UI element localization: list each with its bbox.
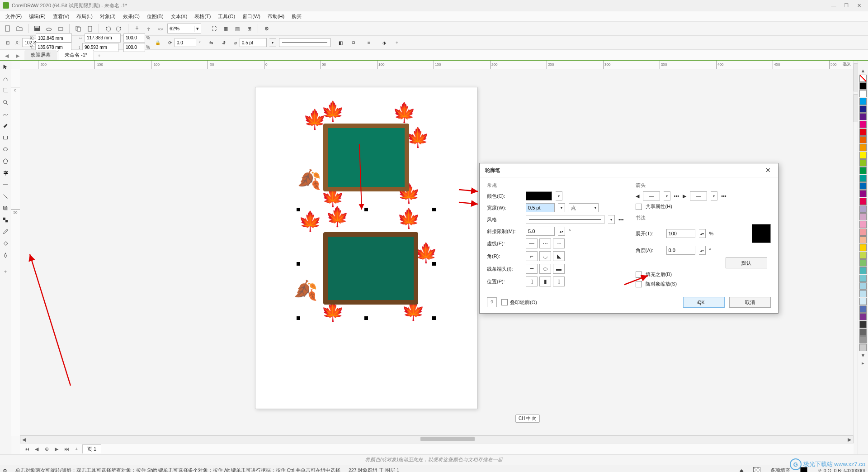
tab-welcome[interactable]: 欢迎屏幕	[24, 50, 57, 60]
wrap-text-icon[interactable]: ◧	[336, 38, 346, 48]
color-swatch[interactable]	[859, 298, 867, 305]
h-scrollbar[interactable]: ◀ ▶	[20, 435, 854, 443]
overprint-checkbox[interactable]: 叠印轮廓(O)	[501, 299, 537, 306]
corner-miter-icon[interactable]: ⌐	[526, 251, 538, 261]
align-icon[interactable]: ≡	[364, 38, 374, 48]
outline-width-field[interactable]	[526, 203, 555, 212]
guides-icon[interactable]: ⊞	[244, 24, 254, 33]
mirror-v-icon[interactable]: ⇵	[219, 38, 229, 48]
scroll-left-icon[interactable]: ◀	[20, 436, 28, 443]
export-icon[interactable]	[144, 24, 154, 33]
color-swatch[interactable]	[859, 159, 867, 167]
color-swatch[interactable]	[859, 190, 867, 197]
color-swatch[interactable]	[859, 321, 867, 328]
angle-input[interactable]	[666, 246, 695, 255]
page-tab-1[interactable]: 页 1	[82, 444, 101, 453]
arrow-end-drop[interactable]: ▾	[711, 191, 717, 200]
color-swatch[interactable]	[859, 144, 867, 151]
miter-spinner-icon[interactable]: ▴▾	[558, 227, 565, 236]
miter-input[interactable]	[526, 227, 555, 236]
vertical-ruler[interactable]: 0 50	[11, 69, 20, 436]
zoom-tool-icon[interactable]	[1, 98, 10, 107]
add-tab-icon[interactable]: +	[95, 52, 103, 60]
menu-bitmap[interactable]: 位图(B)	[143, 12, 167, 21]
dash-opt-2[interactable]: ⋯	[539, 238, 551, 248]
eyedropper-tool-icon[interactable]	[1, 227, 10, 236]
pos-center-icon[interactable]: ▮	[539, 277, 551, 286]
color-swatch[interactable]	[859, 305, 867, 313]
redo-icon[interactable]	[114, 24, 124, 33]
import-icon[interactable]	[132, 24, 142, 33]
outline-color-picker[interactable]	[526, 191, 552, 200]
menu-edit[interactable]: 编辑(E)	[25, 12, 49, 21]
text-tool-icon[interactable]: 字	[1, 168, 10, 177]
save-icon[interactable]	[32, 24, 42, 33]
zoom-combo[interactable]: ▾	[167, 24, 201, 33]
color-swatch[interactable]	[859, 152, 867, 159]
menu-object[interactable]: 对象(J)	[96, 12, 119, 21]
parallel-dim-icon[interactable]	[1, 180, 10, 189]
color-swatch[interactable]	[859, 313, 867, 320]
color-swatch[interactable]	[859, 105, 867, 113]
horizontal-ruler[interactable]: -200 -150 -100 -50 0 50 100 150 200 250 …	[20, 61, 854, 69]
corner-bevel-icon[interactable]: ◣	[553, 251, 565, 261]
gear-icon[interactable]: ⚙	[3, 468, 7, 472]
color-swatch[interactable]	[859, 121, 867, 128]
color-swatch[interactable]	[859, 82, 867, 90]
convert-icon[interactable]: ⬗	[379, 38, 389, 48]
minimize-icon[interactable]: —	[827, 1, 840, 10]
corner-round-icon[interactable]: ◡	[539, 251, 551, 261]
fill-indicator-icon[interactable]: ◆	[740, 468, 743, 472]
mirror-h-icon[interactable]: ⇋	[206, 38, 216, 48]
tab-document[interactable]: 未命名 -1*	[58, 50, 94, 60]
lock-ratio-icon[interactable]: 🔒	[153, 38, 163, 48]
style-drop-icon[interactable]: ▾	[608, 215, 615, 224]
undo-icon[interactable]	[103, 24, 113, 33]
menu-text[interactable]: 文本(X)	[167, 12, 191, 21]
arrow-end-more-icon[interactable]: •••	[721, 193, 726, 199]
outline-width-input[interactable]	[240, 38, 267, 47]
options-icon[interactable]: ⚙	[262, 24, 272, 33]
new-icon[interactable]	[3, 24, 13, 33]
style-more-icon[interactable]: •••	[618, 217, 624, 222]
palette-up-icon[interactable]: ▲	[859, 68, 867, 73]
pos-outside-icon[interactable]: ▯	[526, 277, 538, 286]
rectangle-tool-icon[interactable]	[1, 133, 10, 142]
close-icon[interactable]: ✕	[853, 1, 865, 10]
tab-next-icon[interactable]: ▶	[14, 52, 22, 60]
arrow-start-drop[interactable]: ▾	[664, 191, 670, 200]
default-button[interactable]: 默认	[726, 257, 767, 268]
spread-spinner-icon[interactable]: ▴▾	[699, 229, 706, 238]
width-input[interactable]	[85, 33, 121, 43]
scale-y-input[interactable]	[123, 43, 145, 52]
zoom-input[interactable]	[168, 26, 194, 31]
palette-options-icon[interactable]: ▸	[859, 360, 867, 366]
page-last-icon[interactable]: ⏭	[62, 445, 71, 453]
color-swatch[interactable]	[859, 259, 867, 267]
color-swatch[interactable]	[859, 213, 867, 220]
restore-icon[interactable]: ❐	[840, 1, 853, 10]
menu-help[interactable]: 帮助(H)	[264, 12, 288, 21]
color-swatch[interactable]	[859, 136, 867, 143]
scroll-thumb[interactable]	[420, 437, 475, 441]
line-style-picker[interactable]	[526, 215, 604, 224]
fullscreen-icon[interactable]: ⛶	[209, 24, 219, 33]
fill-swatch[interactable]	[753, 467, 760, 472]
arrow-start-picker[interactable]: —	[643, 191, 660, 200]
handle-tm[interactable]	[364, 208, 368, 211]
palette-down-icon[interactable]: ▼	[859, 353, 867, 358]
menu-buy[interactable]: 购买	[288, 12, 305, 21]
grid-icon[interactable]: ▤	[232, 24, 242, 33]
transparency-tool-icon[interactable]	[1, 215, 10, 224]
artistic-media-icon[interactable]	[1, 121, 10, 130]
color-swatch[interactable]	[859, 175, 867, 182]
handle-bl[interactable]	[297, 316, 300, 320]
add-icon[interactable]: +	[392, 38, 402, 48]
color-swatch[interactable]	[859, 236, 867, 243]
outline-pen-icon[interactable]	[1, 251, 10, 260]
cap-butt-icon[interactable]: ━	[526, 264, 538, 274]
color-swatch[interactable]	[859, 113, 867, 120]
selection-box[interactable]	[298, 210, 434, 318]
cap-round-icon[interactable]: ⬭	[539, 264, 551, 274]
pos-inside-icon[interactable]: ▯	[553, 277, 565, 286]
